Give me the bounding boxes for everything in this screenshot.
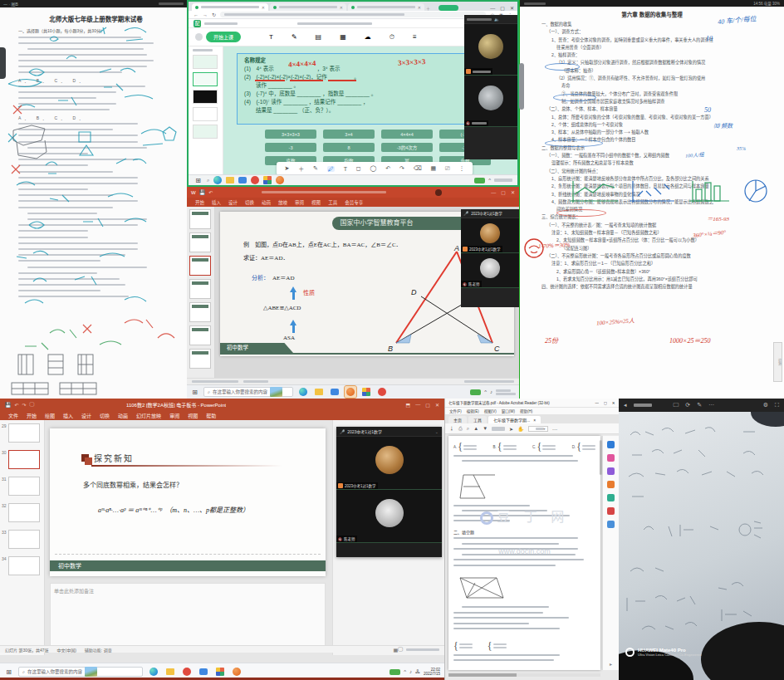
- network-icon[interactable]: 🖧: [415, 669, 420, 674]
- save-icon[interactable]: 💾: [5, 402, 12, 408]
- page-number-box[interactable]: [492, 427, 505, 431]
- close-icon[interactable]: ✕: [418, 5, 421, 10]
- taskbar-app-active[interactable]: [345, 386, 356, 398]
- menu-item[interactable]: 审阅: [295, 199, 304, 206]
- participant-video-tile[interactable]: 2023中考1对1数学: [461, 218, 519, 253]
- maximize-icon[interactable]: ▢: [604, 401, 607, 405]
- undo-icon[interactable]: ↶: [208, 189, 213, 195]
- slide-thumbnail[interactable]: 34: [2, 556, 42, 575]
- slideshow-icon[interactable]: 🖵: [30, 402, 35, 408]
- camera-video-frame[interactable]: HUAWEI Mate40 Pro Ultra Vision Leica Cam…: [619, 412, 784, 680]
- app-icon[interactable]: [238, 177, 247, 183]
- ribbon-tab[interactable]: 文件: [8, 412, 18, 419]
- taskbar-app-edge[interactable]: [148, 666, 159, 678]
- maximize-icon[interactable]: ▢: [501, 189, 506, 195]
- battery-badge[interactable]: [474, 178, 485, 183]
- app-icon[interactable]: [251, 176, 259, 184]
- weather-widget-icon[interactable]: [85, 667, 97, 677]
- menu-item[interactable]: 放映: [278, 199, 287, 206]
- more-icon[interactable]: ⋯: [708, 402, 714, 408]
- taskbar-app[interactable]: [376, 386, 388, 398]
- rotate-icon[interactable]: ⟳: [685, 402, 690, 408]
- start-menu-icon[interactable]: ⊞: [194, 176, 203, 185]
- battery-badge[interactable]: [470, 389, 481, 395]
- sign-tool-icon[interactable]: [607, 507, 615, 515]
- convert-tool-icon[interactable]: [607, 494, 615, 501]
- slide-thumbnail-selected[interactable]: [193, 72, 218, 86]
- slide-thumbnail[interactable]: 33: [2, 530, 42, 549]
- toolbar-tool-icon[interactable]: ☁: [365, 33, 371, 42]
- page-edge-tag[interactable]: 资源: [773, 342, 782, 382]
- fill-tool-icon[interactable]: [607, 521, 615, 528]
- ribbon-tab[interactable]: 开始: [27, 412, 37, 419]
- screenshare-icon[interactable]: 🖵: [674, 402, 679, 408]
- slide-thumbnail[interactable]: [189, 209, 211, 229]
- expand-rail-icon[interactable]: ▸: [610, 661, 612, 667]
- menu-item[interactable]: 设计: [228, 199, 238, 206]
- taskbar-app[interactable]: [360, 386, 372, 398]
- reload-icon[interactable]: ↻: [212, 12, 216, 17]
- file-explorer-icon[interactable]: [226, 177, 234, 183]
- volume-icon[interactable]: ♪: [490, 389, 492, 394]
- maximize-icon[interactable]: ▢: [425, 402, 430, 408]
- forward-icon[interactable]: →: [203, 12, 208, 17]
- start-class-button[interactable]: 开始上课: [206, 32, 241, 42]
- edge-icon[interactable]: [213, 176, 222, 184]
- pen-tool-icon[interactable]: ◻: [356, 165, 361, 172]
- slide-thumbnail[interactable]: 32: [2, 503, 42, 522]
- answer-chip-button[interactable]: 3×4: [323, 130, 375, 139]
- slide-thumbnail[interactable]: [189, 279, 211, 299]
- taskbar-app[interactable]: [329, 386, 341, 398]
- close-icon[interactable]: ✕: [262, 5, 265, 10]
- close-icon[interactable]: ✕: [511, 189, 515, 195]
- taskbar-search[interactable]: ⌕在这里输入你要搜索的内容: [18, 667, 143, 677]
- maximize-icon[interactable]: ▢: [500, 5, 505, 11]
- menu-item[interactable]: 帮助(H): [520, 408, 532, 413]
- answer-chip-button[interactable]: 8: [323, 143, 375, 152]
- minimize-icon[interactable]: —: [415, 402, 420, 407]
- search-icon[interactable]: ⌕: [467, 426, 469, 432]
- menu-item[interactable]: 工具: [328, 199, 337, 206]
- battery-badge[interactable]: [390, 669, 400, 675]
- horizontal-scrollbar[interactable]: [448, 673, 600, 677]
- minimize-icon[interactable]: —: [491, 190, 496, 195]
- account-avatar[interactable]: [435, 189, 442, 196]
- slide-thumbnail[interactable]: [193, 55, 218, 69]
- print-icon[interactable]: ⎙: [458, 426, 463, 432]
- tray-clock[interactable]: [496, 389, 516, 395]
- tray-clock[interactable]: [494, 179, 512, 182]
- close-icon[interactable]: ✕: [510, 5, 514, 11]
- taskbar-app[interactable]: [198, 666, 209, 678]
- fullscreen-icon[interactable]: ⛶: [775, 402, 779, 408]
- slide-thumbnail[interactable]: [189, 302, 211, 322]
- slide-thumbnail[interactable]: [189, 325, 211, 345]
- menu-item[interactable]: 文件(F): [449, 408, 462, 413]
- redo-icon[interactable]: ↷: [22, 402, 27, 408]
- settings-icon[interactable]: ⚙: [763, 402, 768, 408]
- slide-thumbnail[interactable]: [189, 349, 211, 369]
- weather-widget-icon[interactable]: [270, 387, 282, 397]
- toolbar-tool-icon[interactable]: ▤: [316, 33, 322, 42]
- answer-chip-button[interactable]: -3: [265, 143, 316, 152]
- close-icon[interactable]: ✕: [340, 5, 343, 10]
- toolbar-tool-icon[interactable]: ≡: [413, 33, 417, 42]
- slide-thumbnail-selected[interactable]: [189, 256, 211, 276]
- speaker-notes-area[interactable]: 单击此处添加备注: [50, 583, 326, 649]
- slide-canvas[interactable]: 探究新知 多个同底数幂相乘，结果会怎样？ aᵐ·aⁿ·…·aᵖ ＝ aᵐ⁺ⁿ⁺……: [50, 428, 326, 576]
- pen-tool-icon[interactable]: ⎚: [445, 165, 450, 172]
- scrollbar-thumb[interactable]: [600, 440, 602, 475]
- answer-chip-button[interactable]: -3的4次方: [381, 143, 433, 152]
- audio-icon[interactable]: 🔈: [494, 17, 499, 22]
- toolbar-tool-icon[interactable]: ⏱: [390, 33, 394, 42]
- pen-tool-icon[interactable]: ▦: [431, 165, 437, 172]
- zoom-level-box[interactable]: ▾: [528, 426, 548, 432]
- pen-tool-icon[interactable]: ◯: [370, 165, 377, 172]
- chevron-up-icon[interactable]: ^: [404, 669, 406, 674]
- edit-tool-icon[interactable]: [607, 467, 615, 475]
- ribbon-tab[interactable]: 切换: [100, 412, 110, 419]
- hand-tool-icon[interactable]: ✋: [517, 426, 524, 432]
- zoom-slider[interactable]: [464, 380, 514, 383]
- browser-tab[interactable]: ✕: [192, 3, 268, 11]
- browser-tab[interactable]: ✕: [348, 3, 424, 11]
- slide-thumbnail[interactable]: [193, 90, 218, 104]
